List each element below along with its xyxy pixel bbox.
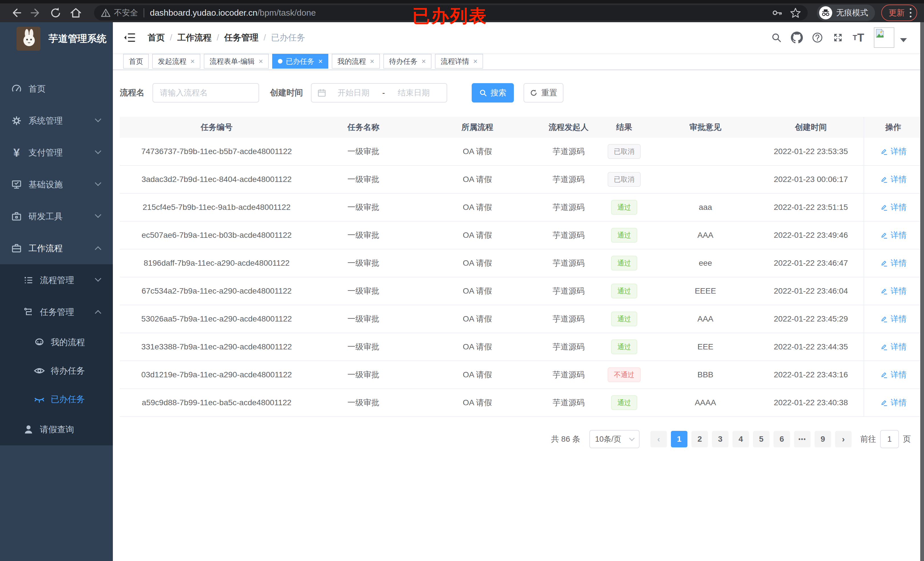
sidebar-collapse-icon[interactable] <box>123 31 136 45</box>
detail-link[interactable]: 详情 <box>880 286 907 296</box>
tab-form-edit[interactable]: 流程表单-编辑× <box>204 54 269 69</box>
flow-cell: OA 请假 <box>413 221 542 249</box>
breadcrumb-task-mgmt[interactable]: 任务管理 <box>224 32 258 43</box>
forward-icon[interactable] <box>28 5 44 21</box>
create-time-cell: 2022-01-22 23:44:35 <box>758 333 864 361</box>
sidebar-item-infra[interactable]: 基础设施 <box>0 169 113 200</box>
tab-process-detail[interactable]: 流程详情× <box>435 54 483 69</box>
close-icon[interactable]: × <box>370 57 374 65</box>
date-range-picker[interactable]: 开始日期 - 结束日期 <box>311 83 447 103</box>
back-icon[interactable] <box>8 5 24 21</box>
tab-todo-tasks[interactable]: 待办任务× <box>383 54 432 69</box>
process-name-label: 流程名 <box>120 87 144 99</box>
help-icon[interactable] <box>808 28 826 47</box>
sidebar-item-process-mgmt[interactable]: 流程管理 <box>0 264 113 296</box>
sidebar-item-devtools[interactable]: 研发工具 <box>0 200 113 232</box>
starter-cell: 芋道源码 <box>542 250 596 277</box>
starter-cell: 芋道源码 <box>542 305 596 333</box>
page-button-9[interactable]: 9 <box>814 431 831 447</box>
close-icon[interactable]: × <box>259 57 263 65</box>
avatar[interactable] <box>874 27 894 48</box>
sidebar-item-payment[interactable]: ¥ 支付管理 <box>0 137 113 169</box>
page-button-1[interactable]: 1 <box>671 431 687 447</box>
result-badge: 通过 <box>611 228 637 242</box>
next-page-button[interactable]: › <box>835 431 852 447</box>
yen-icon: ¥ <box>10 147 23 159</box>
comment-cell <box>652 166 758 193</box>
detail-link[interactable]: 详情 <box>880 230 907 241</box>
task-id-cell: 53026aa5-7b9a-11ec-a290-acde48001122 <box>120 305 314 333</box>
create-time-cell: 2022-01-22 23:51:15 <box>758 194 864 221</box>
close-icon[interactable]: × <box>422 57 426 65</box>
security-label: 不安全 <box>114 7 138 18</box>
goto-page-input[interactable] <box>880 430 899 448</box>
detail-link[interactable]: 详情 <box>880 314 907 325</box>
page-button-5[interactable]: 5 <box>753 431 770 447</box>
incognito-badge: 无痕模式 <box>817 4 875 21</box>
flow-cell: OA 请假 <box>413 138 542 165</box>
breadcrumb-home[interactable]: 首页 <box>148 32 165 43</box>
eye-closed-icon <box>33 393 46 405</box>
sidebar-item-task-mgmt[interactable]: 任务管理 <box>0 296 113 328</box>
task-id-cell: 03d1219e-7b9a-11ec-a290-acde48001122 <box>120 361 314 389</box>
bookmark-star-icon[interactable] <box>790 7 801 18</box>
page-button-4[interactable]: 4 <box>732 431 749 447</box>
sidebar-item-home[interactable]: 首页 <box>0 73 113 105</box>
detail-link[interactable]: 详情 <box>880 341 907 352</box>
reload-icon[interactable] <box>48 5 64 21</box>
sidebar-item-system[interactable]: 系统管理 <box>0 105 113 137</box>
password-key-icon[interactable] <box>772 7 783 18</box>
goto-label: 前往 <box>860 434 876 444</box>
github-icon[interactable] <box>788 28 806 47</box>
sidebar-item-my-process[interactable]: 我的流程 <box>0 328 113 356</box>
search-button[interactable]: 搜索 <box>472 83 514 103</box>
sidebar-item-done-tasks[interactable]: 已办任务 <box>0 385 113 413</box>
sidebar-item-leave-query[interactable]: 请假查询 <box>0 413 113 445</box>
process-name-input[interactable]: 请输入流程名 <box>153 83 259 103</box>
table-body: 74736737-7b9b-11ec-b5b7-acde48001122 一级审… <box>120 138 922 417</box>
page-size-select[interactable]: 10条/页 <box>590 430 639 448</box>
home-icon[interactable] <box>68 5 84 21</box>
flow-cell: OA 请假 <box>413 250 542 277</box>
flow-cell: OA 请假 <box>413 194 542 221</box>
close-icon[interactable]: × <box>318 57 322 65</box>
sidebar-item-todo-tasks[interactable]: 待办任务 <box>0 356 113 385</box>
comment-cell <box>652 138 758 165</box>
logo-row[interactable]: 芋道管理系统 <box>0 22 113 55</box>
comment-cell: aaa <box>652 194 758 221</box>
create-time-cell: 2022-01-22 23:46:04 <box>758 277 864 305</box>
page-button-6[interactable]: 6 <box>774 431 790 447</box>
sidebar-item-workflow[interactable]: 工作流程 <box>0 232 113 264</box>
detail-link[interactable]: 详情 <box>880 202 907 213</box>
fullscreen-icon[interactable] <box>829 28 847 47</box>
detail-link[interactable]: 详情 <box>880 146 907 157</box>
page-button-3[interactable]: 3 <box>712 431 729 447</box>
prev-page-button[interactable]: ‹ <box>650 431 667 447</box>
task-name-cell: 一级审批 <box>314 138 413 165</box>
breadcrumb-workflow[interactable]: 工作流程 <box>177 32 212 43</box>
tab-home[interactable]: 首页 <box>123 54 149 69</box>
detail-link[interactable]: 详情 <box>880 174 907 185</box>
font-size-icon[interactable]: TT <box>849 28 868 47</box>
search-icon[interactable] <box>767 28 786 47</box>
close-icon[interactable]: × <box>190 57 195 65</box>
close-icon[interactable]: × <box>473 57 477 65</box>
comment-cell: AAAA <box>652 389 758 416</box>
detail-link[interactable]: 详情 <box>880 370 907 380</box>
detail-link[interactable]: 详情 <box>880 397 907 408</box>
flow-cell: OA 请假 <box>413 333 542 361</box>
starter-cell: 芋道源码 <box>542 221 596 249</box>
window-scrollbar[interactable] <box>920 22 924 561</box>
task-name-cell: 一级审批 <box>314 305 413 333</box>
avatar-dropdown-caret[interactable] <box>900 38 907 42</box>
browser-menu-button[interactable]: 更新 <box>881 4 917 21</box>
tab-my-process[interactable]: 我的流程× <box>332 54 380 69</box>
more-pages-button[interactable]: ••• <box>794 431 811 447</box>
sidebar-menu: 首页 系统管理 ¥ 支付管理 基础设施 <box>0 73 113 445</box>
tab-start-process[interactable]: 发起流程× <box>152 54 200 69</box>
create-time-cell: 2022-01-22 23:43:16 <box>758 361 864 389</box>
reset-button[interactable]: 重置 <box>524 83 564 103</box>
page-button-2[interactable]: 2 <box>692 431 708 447</box>
tab-done-tasks[interactable]: 已办任务× <box>272 54 328 69</box>
detail-link[interactable]: 详情 <box>880 258 907 269</box>
